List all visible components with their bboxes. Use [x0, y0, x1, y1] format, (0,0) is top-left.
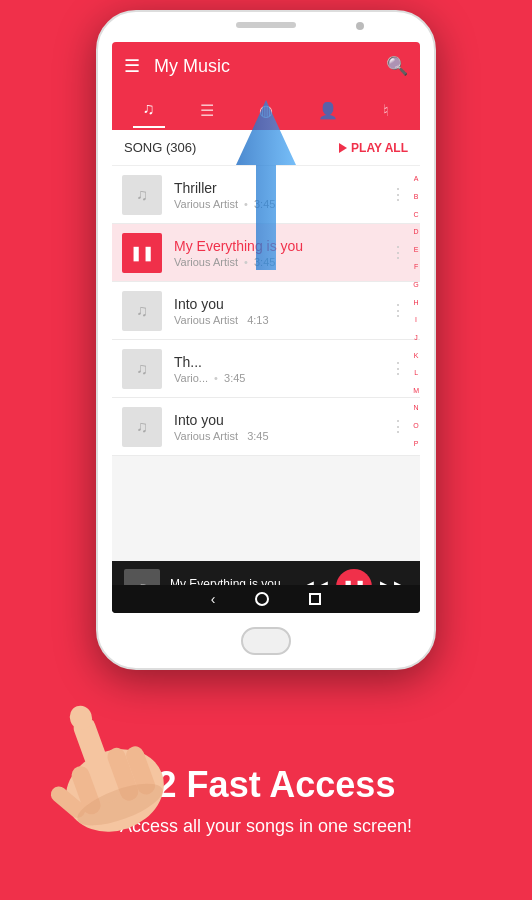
- table-row[interactable]: ❚❚ My Everything is you Various Artist •…: [112, 224, 420, 282]
- table-row[interactable]: ♫ Thriller Various Artist • 3:45 ⋮: [112, 166, 420, 224]
- alpha-l[interactable]: L: [413, 369, 419, 376]
- song-title-playing: My Everything is you: [174, 238, 386, 254]
- phone-frame-wrapper: ☰ My Music 🔍 ♫ ☰ ◍ 👤 ♮ SONG (306) PLAY A…: [96, 10, 436, 670]
- hamburger-icon[interactable]: ☰: [124, 55, 140, 77]
- song-count: SONG (306): [124, 140, 196, 155]
- table-row[interactable]: ♫ Into you Various Artist 3:45 ⋮: [112, 398, 420, 456]
- alpha-k[interactable]: K: [413, 352, 419, 359]
- tab-songs[interactable]: ♫: [133, 92, 165, 128]
- song-info: Into you Various Artist 4:13: [174, 296, 386, 326]
- song-meta: Vario... • 3:45: [174, 372, 386, 384]
- table-row[interactable]: ♫ Into you Various Artist 4:13 ⋮: [112, 282, 420, 340]
- tab-genre[interactable]: ♮: [373, 93, 399, 128]
- home-button[interactable]: [255, 592, 269, 606]
- phone-speaker: [236, 22, 296, 28]
- back-button[interactable]: ‹: [211, 591, 216, 607]
- pause-icon: ❚❚: [130, 245, 154, 261]
- android-nav-bar: ‹: [112, 585, 420, 613]
- alpha-e[interactable]: E: [413, 246, 419, 253]
- tab-bar: ♫ ☰ ◍ 👤 ♮: [112, 90, 420, 130]
- phone-frame: ☰ My Music 🔍 ♫ ☰ ◍ 👤 ♮ SONG (306) PLAY A…: [96, 10, 436, 670]
- alpha-p[interactable]: P: [413, 440, 419, 447]
- tab-artist[interactable]: 👤: [308, 93, 348, 128]
- song-info: Thriller Various Artist • 3:45: [174, 180, 386, 210]
- song-info: Into you Various Artist 3:45: [174, 412, 386, 442]
- alpha-j[interactable]: J: [413, 334, 419, 341]
- songs-container: ♫ Thriller Various Artist • 3:45 ⋮ ❚❚: [112, 166, 420, 456]
- more-options-icon[interactable]: ⋮: [386, 413, 410, 440]
- alpha-b[interactable]: B: [413, 193, 419, 200]
- song-meta: Various Artist 3:45: [174, 430, 386, 442]
- song-title: Into you: [174, 296, 386, 312]
- more-options-icon[interactable]: ⋮: [386, 297, 410, 324]
- song-meta: Various Artist 4:13: [174, 314, 386, 326]
- app-bar: ☰ My Music 🔍: [112, 42, 420, 90]
- tab-album[interactable]: ◍: [249, 93, 283, 128]
- app-title: My Music: [154, 56, 386, 77]
- song-title: Th...: [174, 354, 386, 370]
- more-options-icon[interactable]: ⋮: [386, 355, 410, 382]
- play-all-button[interactable]: PLAY ALL: [339, 141, 408, 155]
- song-list: ♫ Thriller Various Artist • 3:45 ⋮ ❚❚: [112, 166, 420, 456]
- phone-screen: ☰ My Music 🔍 ♫ ☰ ◍ 👤 ♮ SONG (306) PLAY A…: [112, 42, 420, 613]
- alpha-a[interactable]: A: [413, 175, 419, 182]
- music-note-icon: ♫: [136, 360, 148, 378]
- song-thumbnail-playing: ❚❚: [122, 233, 162, 273]
- song-thumbnail: ♫: [122, 291, 162, 331]
- alpha-i[interactable]: I: [413, 316, 419, 323]
- alpha-o[interactable]: O: [413, 422, 419, 429]
- song-info: My Everything is you Various Artist • 3:…: [174, 238, 386, 268]
- section-header: SONG (306) PLAY ALL: [112, 130, 420, 166]
- music-note-icon: ♫: [136, 186, 148, 204]
- song-thumbnail: ♫: [122, 349, 162, 389]
- more-options-icon[interactable]: ⋮: [386, 239, 410, 266]
- tab-playlist[interactable]: ☰: [190, 93, 224, 128]
- promo-subtitle: Access all your songs in one screen!: [120, 816, 412, 837]
- alpha-h[interactable]: H: [413, 299, 419, 306]
- music-note-icon: ♫: [136, 302, 148, 320]
- alpha-index[interactable]: A B C D E F G H I J K L M N O P: [413, 166, 419, 456]
- more-options-icon[interactable]: ⋮: [386, 181, 410, 208]
- alpha-c[interactable]: C: [413, 211, 419, 218]
- table-row[interactable]: ♫ Th... Vario... • 3:45 ⋮: [112, 340, 420, 398]
- song-meta: Various Artist • 3:45: [174, 256, 386, 268]
- promo-title: #2 Fast Access: [137, 764, 396, 806]
- song-title: Into you: [174, 412, 386, 428]
- phone-camera: [356, 22, 364, 30]
- play-all-label: PLAY ALL: [351, 141, 408, 155]
- song-title: Thriller: [174, 180, 386, 196]
- promo-area: #2 Fast Access Access all your songs in …: [0, 700, 532, 900]
- alpha-g[interactable]: G: [413, 281, 419, 288]
- song-info: Th... Vario... • 3:45: [174, 354, 386, 384]
- alpha-f[interactable]: F: [413, 263, 419, 270]
- search-icon[interactable]: 🔍: [386, 55, 408, 77]
- home-button-physical[interactable]: [241, 627, 291, 655]
- recents-button[interactable]: [309, 593, 321, 605]
- alpha-m[interactable]: M: [413, 387, 419, 394]
- phone-bottom: [98, 613, 434, 668]
- song-meta: Various Artist • 3:45: [174, 198, 386, 210]
- play-all-icon: [339, 143, 347, 153]
- song-thumbnail: ♫: [122, 407, 162, 447]
- alpha-n[interactable]: N: [413, 404, 419, 411]
- song-thumbnail: ♫: [122, 175, 162, 215]
- music-note-icon: ♫: [136, 418, 148, 436]
- alpha-d[interactable]: D: [413, 228, 419, 235]
